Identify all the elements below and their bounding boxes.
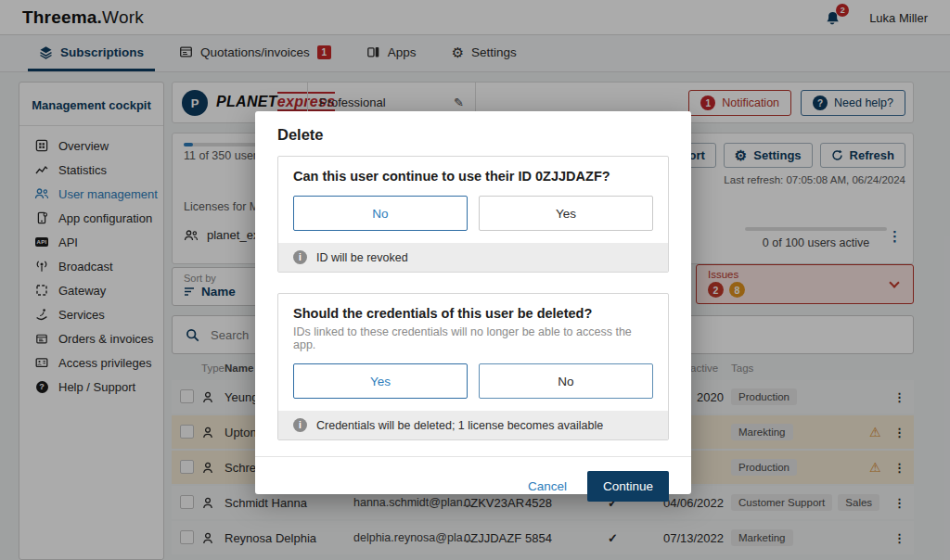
continue-button[interactable]: Continue — [587, 471, 669, 502]
info-icon: i — [293, 418, 307, 432]
info-icon: i — [293, 250, 307, 264]
question-2-option-no[interactable]: No — [479, 363, 653, 399]
question-1-info-text: ID will be revoked — [316, 251, 408, 264]
question-2-text: Should the credentials of this user be d… — [293, 306, 653, 321]
question-2-option-yes[interactable]: Yes — [293, 363, 468, 399]
dialog-title: Delete — [277, 126, 669, 144]
modal-divider — [255, 456, 691, 457]
question-2-subtext: IDs linked to these credentials will no … — [293, 325, 653, 351]
question-1-option-yes[interactable]: Yes — [479, 196, 653, 231]
delete-dialog: Delete Can this user continue to use the… — [255, 111, 691, 494]
question-2-section: Should the credentials of this user be d… — [277, 293, 669, 440]
question-2-info-text: Credentials will be deleted; 1 license b… — [316, 419, 603, 432]
question-1-text: Can this user continue to use their ID 0… — [293, 169, 653, 184]
cancel-button[interactable]: Cancel — [528, 479, 567, 493]
question-2-info-bar: i Credentials will be deleted; 1 license… — [278, 411, 668, 439]
question-1-option-no[interactable]: No — [293, 196, 468, 231]
question-1-section: Can this user continue to use their ID 0… — [277, 156, 669, 273]
question-1-info-bar: i ID will be revoked — [278, 243, 668, 272]
